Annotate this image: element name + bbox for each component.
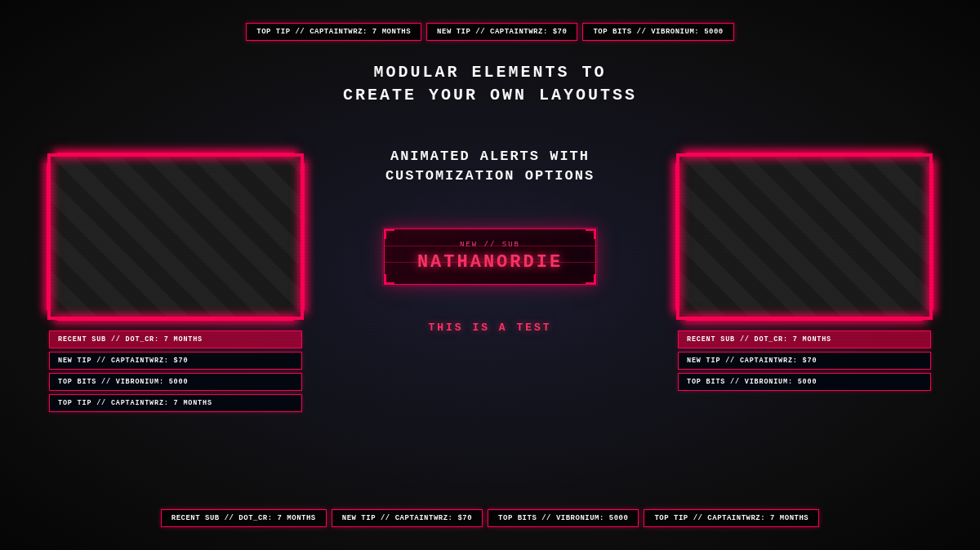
glow-right [301, 163, 305, 310]
top-alert-bar: TOP TIP // CAPTAINTWRZ: 7 MONTHS NEW TIP… [172, 23, 808, 41]
widget-corner-br [586, 274, 595, 284]
widget-corner-tr [586, 229, 595, 239]
bottom-alert-1: RECENT SUB // DOT_CR: 7 MONTHS [161, 509, 327, 527]
left-stat-3: TOP BITS // VIBRONIUM: 5000 [49, 373, 302, 391]
left-frame-inner [49, 155, 302, 318]
corner-tl-icon [47, 153, 62, 168]
widget-corner-tl [385, 229, 394, 239]
widget-corner-bl [385, 274, 394, 284]
alert-sub-label: NEW // SUB [409, 241, 571, 249]
left-stat-1: RECENT SUB // DOT_CR: 7 MONTHS [49, 330, 302, 348]
bottom-alert-bar: RECENT SUB // DOT_CR: 7 MONTHS NEW TIP /… [57, 509, 923, 527]
right-stats-panel: RECENT SUB // DOT_CR: 7 MONTHS NEW TIP /… [678, 330, 931, 394]
right-glow-bottom [686, 317, 923, 321]
glow-bottom [57, 317, 294, 321]
right-stat-3: TOP BITS // VIBRONIUM: 5000 [678, 373, 931, 391]
right-stat-2: NEW TIP // CAPTAINTWRZ: $70 [678, 352, 931, 370]
main-title: MODULAR ELEMENTS TO CREATE YOUR OWN LAYO… [343, 61, 637, 107]
right-video-panel [678, 155, 931, 318]
left-stat-2: NEW TIP // CAPTAINTWRZ: $70 [49, 352, 302, 370]
right-corner-tl-icon [676, 153, 691, 168]
right-glow-top [686, 153, 923, 156]
right-glow-right [930, 163, 933, 310]
sub-title: ANIMATED ALERTS WITH CUSTOMIZATION OPTIO… [385, 147, 595, 186]
corner-bl-icon [47, 305, 62, 320]
glitch-line-2 [385, 262, 595, 263]
right-corner-tr-icon [918, 153, 933, 168]
center-alert-widget: NEW // SUB NATHANORDIE [384, 228, 596, 285]
top-alert-2: NEW TIP // CAPTAINTWRZ: $70 [426, 23, 577, 41]
bottom-alert-2: NEW TIP // CAPTAINTWRZ: $70 [332, 509, 483, 527]
right-stat-1: RECENT SUB // DOT_CR: 7 MONTHS [678, 330, 931, 348]
right-corner-bl-icon [676, 305, 691, 320]
glitch-line-1 [385, 246, 595, 246]
top-alert-3: TOP BITS // VIBRONIUM: 5000 [582, 23, 733, 41]
corner-br-icon [289, 305, 304, 320]
glow-top [57, 153, 294, 156]
right-frame-inner [678, 155, 931, 318]
right-corner-br-icon [918, 305, 933, 320]
corner-tr-icon [289, 153, 304, 168]
right-glow-left [675, 163, 679, 310]
test-text: THIS IS A TEST [428, 322, 551, 334]
left-stats-panel: RECENT SUB // DOT_CR: 7 MONTHS NEW TIP /… [49, 330, 302, 415]
left-stat-4: TOP TIP // CAPTAINTWRZ: 7 MONTHS [49, 394, 302, 412]
bottom-alert-4: TOP TIP // CAPTAINTWRZ: 7 MONTHS [644, 509, 819, 527]
top-alert-1: TOP TIP // CAPTAINTWRZ: 7 MONTHS [246, 23, 421, 41]
left-video-panel [49, 155, 302, 318]
glow-left [47, 163, 50, 310]
bottom-alert-3: TOP BITS // VIBRONIUM: 5000 [488, 509, 639, 527]
